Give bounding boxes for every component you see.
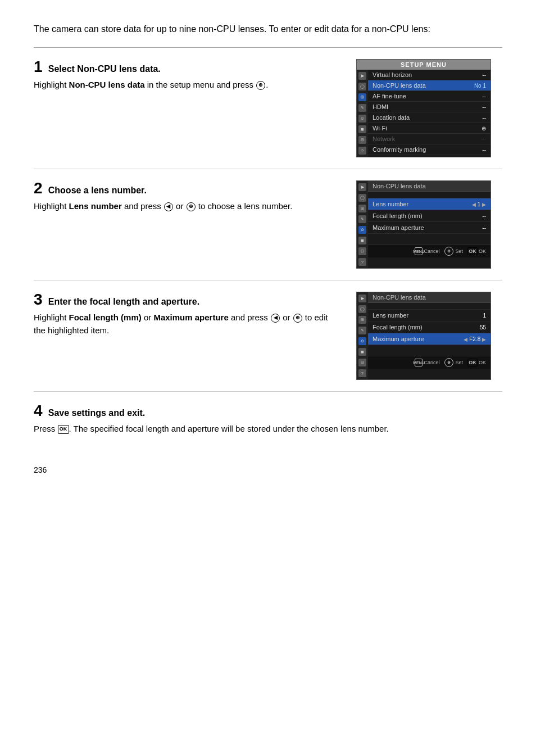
footer-cancel-1: MENUCancel — [415, 247, 439, 256]
l2-icon-4: ✎ — [358, 327, 366, 334]
ok-press-icon: OK — [58, 425, 69, 434]
step-4-number: 4 — [34, 402, 43, 419]
step-3-section: 3 Enter the focal length and aperture. H… — [34, 280, 502, 392]
lens-menu-2-footer: MENUCancel ⊕Set OKOK — [368, 356, 490, 369]
side-icon-7: ⊟ — [358, 136, 366, 144]
step-3-heading: Enter the focal length and aperture. — [48, 297, 199, 306]
step-2-body: Highlight Lens number and press ◀ or ⊕ t… — [34, 200, 339, 212]
step-1-content: 1 Select Non-CPU lens data. Highlight No… — [34, 59, 339, 91]
step-4-section: 4 Save settings and exit. Press OK. The … — [34, 392, 502, 441]
intro-text: The camera can store data for up to nine… — [34, 22, 502, 36]
step-3-heading-block: 3 Enter the focal length and aperture. — [34, 292, 339, 307]
footer-area: 236 — [34, 441, 502, 474]
step-2-number: 2 — [34, 179, 43, 197]
press-icon-1: ⊕ — [256, 81, 265, 90]
menu-row-hdmi: HDMI -- — [368, 102, 490, 112]
footer-set-1: ⊕Set — [444, 247, 463, 256]
page-number: 236 — [34, 465, 47, 474]
menu-row-wifi: Wi-Fi ⊕ — [368, 123, 490, 134]
step-4-heading-block: 4 Save settings and exit. — [34, 403, 502, 419]
step-3-number: 3 — [34, 291, 43, 308]
step-4-body: Press OK. The specified focal length and… — [34, 422, 502, 435]
spacer-1 — [368, 192, 490, 198]
l1-icon-1: ▶ — [358, 183, 366, 191]
l1-icon-4: ✎ — [358, 215, 366, 223]
l2-icon-3: ⊞ — [358, 316, 366, 324]
side-icon-5: ⊙ — [358, 115, 366, 123]
step-3-content: 3 Enter the focal length and aperture. H… — [34, 292, 339, 337]
menu-row-conformity: Conformity marking -- — [368, 144, 490, 155]
lens-row-number-2: Lens number 1 — [368, 310, 490, 322]
l2-icon-7: ⊟ — [358, 359, 366, 366]
lens-row-aperture-1: Maximum aperture -- — [368, 222, 490, 234]
spacer-2 — [368, 234, 490, 245]
press-icon-2a: ◀ — [164, 202, 173, 211]
lens-menu-1-footer: MENUCancel ⊕Set OKOK — [368, 245, 490, 257]
l2-icon-2: ◯ — [358, 305, 366, 313]
l1-icon-6: ◼ — [358, 237, 366, 245]
spacer-4 — [368, 345, 490, 356]
l1-icon-8: ? — [358, 258, 366, 266]
lens-menu-2: ▶ ◯ ⊞ ✎ ⊙ ◼ ⊟ ? Non-CPU lens data Lens n… — [356, 292, 491, 380]
side-icon-3: ⊞ — [358, 93, 366, 101]
lens-row-focal-1: Focal length (mm) -- — [368, 210, 490, 222]
setup-menu: SETUP MENU ▶ ◯ ⊞ ✎ ⊙ ◼ ⊟ ? Virtual horiz… — [356, 59, 491, 157]
lens-menu-1-title: Non-CPU lens data — [368, 181, 490, 192]
menu-row-non-cpu: Non-CPU lens data No 1 — [368, 80, 490, 91]
lens-row-aperture-2: Maximum aperture ◀ F2.8 ▶ — [368, 333, 490, 345]
step-1-section: 1 Select Non-CPU lens data. Highlight No… — [34, 48, 502, 169]
l2-icon-5: ⊙ — [358, 337, 366, 345]
menu-row-af-fine-tune: AF fine-tune -- — [368, 91, 490, 102]
footer-ok-1: OKOK — [467, 247, 486, 256]
step-1-image: SETUP MENU ▶ ◯ ⊞ ✎ ⊙ ◼ ⊟ ? Virtual horiz… — [356, 59, 502, 157]
lens-side-icons-1: ▶ ◯ ⊞ ✎ ⊙ ◼ ⊟ ? — [357, 181, 368, 268]
l2-icon-8: ? — [358, 369, 366, 377]
step-2-heading-block: 2 Choose a lens number. — [34, 180, 339, 196]
lens-side-icons-2: ▶ ◯ ⊞ ✎ ⊙ ◼ ⊟ ? — [357, 292, 368, 379]
menu-row-network: Network ··· — [368, 134, 490, 144]
menu-row-virtual-horizon: Virtual horizon -- — [368, 70, 490, 80]
side-icons: ▶ ◯ ⊞ ✎ ⊙ ◼ ⊟ ? — [357, 70, 368, 157]
side-icon-6: ◼ — [358, 125, 366, 133]
lens-menu-1: ▶ ◯ ⊞ ✎ ⊙ ◼ ⊟ ? Non-CPU lens data Lens n… — [356, 180, 491, 269]
step-1-heading: Select Non-CPU lens data. — [48, 64, 161, 74]
setup-menu-sidebar: ▶ ◯ ⊞ ✎ ⊙ ◼ ⊟ ? Virtual horizon -- Non-C… — [357, 70, 490, 157]
l1-icon-2: ◯ — [358, 194, 366, 202]
lens-row-focal-2: Focal length (mm) 55 — [368, 322, 490, 333]
side-icon-2: ◯ — [358, 83, 366, 90]
l1-icon-5: ⊙ — [358, 226, 366, 234]
step-1-body: Highlight Non-CPU lens data in the setup… — [34, 78, 339, 91]
l2-icon-1: ▶ — [358, 295, 366, 302]
spacer-3 — [368, 303, 490, 310]
menu-row-location: Location data -- — [368, 112, 490, 123]
press-icon-3b: ⊕ — [293, 314, 302, 323]
lens-menu-1-content: Non-CPU lens data Lens number ◀ 1 ▶ Foca… — [368, 181, 490, 268]
footer-set-2: ⊕Set — [444, 358, 463, 367]
l2-icon-6: ◼ — [358, 348, 366, 356]
step-1-heading-block: 1 Select Non-CPU lens data. — [34, 59, 339, 75]
lens-row-number-1: Lens number ◀ 1 ▶ — [368, 198, 490, 210]
step-3-body: Highlight Focal length (mm) or Maximum a… — [34, 311, 339, 337]
side-icon-1: ▶ — [358, 72, 366, 80]
setup-menu-title: SETUP MENU — [357, 60, 490, 70]
step-3-image: ▶ ◯ ⊞ ✎ ⊙ ◼ ⊟ ? Non-CPU lens data Lens n… — [356, 292, 502, 380]
lens-menu-2-content: Non-CPU lens data Lens number 1 Focal le… — [368, 292, 490, 379]
footer-ok-2: OKOK — [467, 358, 486, 367]
side-icon-8: ? — [358, 147, 366, 155]
step-4-heading: Save settings and exit. — [48, 408, 146, 418]
setup-menu-content: Virtual horizon -- Non-CPU lens data No … — [368, 70, 490, 157]
lens-menu-1-sidebar: ▶ ◯ ⊞ ✎ ⊙ ◼ ⊟ ? Non-CPU lens data Lens n… — [357, 181, 490, 268]
step-1-number: 1 — [34, 58, 43, 75]
step-2-content: 2 Choose a lens number. Highlight Lens n… — [34, 180, 339, 212]
step-2-section: 2 Choose a lens number. Highlight Lens n… — [34, 169, 502, 280]
press-icon-3a: ◀ — [271, 314, 280, 323]
l1-icon-3: ⊞ — [358, 205, 366, 212]
l1-icon-7: ⊟ — [358, 247, 366, 255]
side-icon-4: ✎ — [358, 104, 366, 112]
step-2-heading: Choose a lens number. — [48, 185, 147, 195]
lens-menu-2-sidebar: ▶ ◯ ⊞ ✎ ⊙ ◼ ⊟ ? Non-CPU lens data Lens n… — [357, 292, 490, 379]
footer-cancel-2: MENUCancel — [415, 358, 439, 367]
press-icon-2b: ⊕ — [187, 202, 196, 211]
step-2-image: ▶ ◯ ⊞ ✎ ⊙ ◼ ⊟ ? Non-CPU lens data Lens n… — [356, 180, 502, 269]
lens-menu-2-title: Non-CPU lens data — [368, 292, 490, 303]
